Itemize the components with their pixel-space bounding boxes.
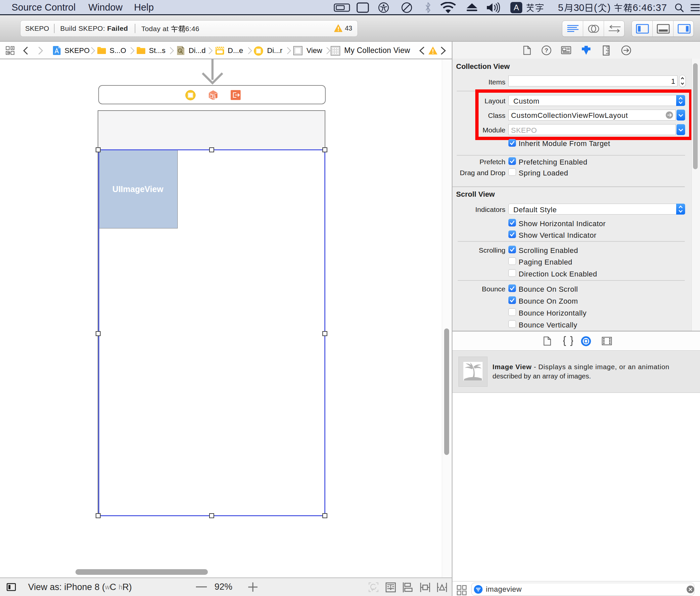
svg-text:1: 1 xyxy=(213,94,216,100)
svg-text:?: ? xyxy=(545,47,548,54)
